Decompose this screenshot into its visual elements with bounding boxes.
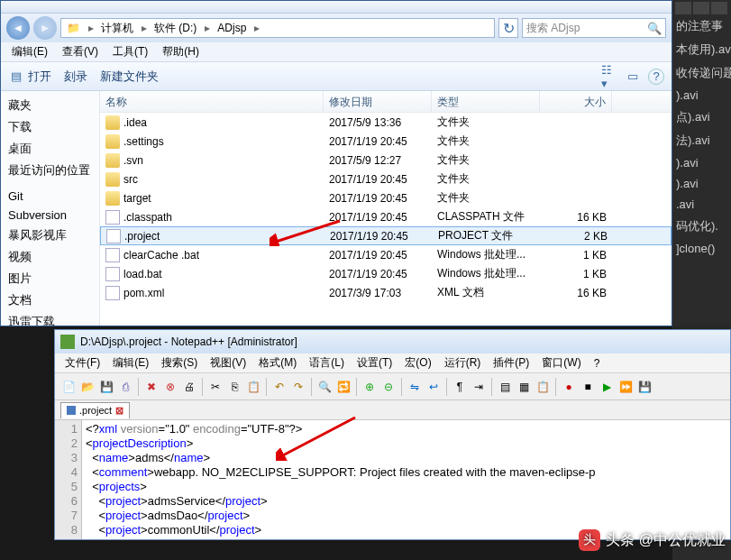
sidebar-item[interactable]: 文档 [1, 289, 99, 311]
col-date[interactable]: 修改日期 [324, 91, 432, 112]
bc-folder[interactable]: ADjsp [212, 22, 252, 34]
saveall-icon[interactable]: ⎙ [117, 379, 133, 395]
sidebar-item[interactable]: 桌面 [1, 138, 99, 160]
stop-icon[interactable]: ■ [580, 379, 596, 395]
replace-icon[interactable]: 🔁 [335, 379, 352, 395]
sidebar-item[interactable]: 藏夹 [1, 95, 99, 116]
closeall-icon[interactable]: ⊗ [162, 379, 178, 395]
indent-icon[interactable]: ⇥ [471, 379, 487, 395]
sidebar-item[interactable]: Subversion [1, 206, 99, 225]
tab-close-icon[interactable]: ⊠ [115, 405, 123, 417]
menu-item[interactable]: 工具(T) [105, 44, 155, 60]
npp-menu-item[interactable]: 插件(P) [487, 355, 535, 371]
titlebar[interactable] [1, 1, 672, 14]
code-area[interactable]: <?xml version="1.0" encoding="UTF-8"?><p… [82, 420, 730, 539]
view-button[interactable]: ☷ ▾ [601, 69, 617, 85]
npp-menu-item[interactable]: 格式(M) [252, 355, 303, 371]
paste-icon[interactable]: 📋 [245, 379, 261, 395]
col-name[interactable]: 名称 [100, 91, 324, 112]
npp-menu-item[interactable]: 设置(T) [351, 355, 398, 371]
npp-menu-item[interactable]: 语言(L) [303, 355, 351, 371]
play-icon[interactable]: ▶ [599, 379, 615, 395]
file-icon [105, 210, 120, 225]
line-gutter: 12345678 [55, 420, 82, 539]
bg-item: 法).avi [672, 129, 731, 152]
burn-button[interactable]: 刻录 [64, 69, 87, 85]
npp-menu-item[interactable]: ? [588, 357, 607, 370]
col-size[interactable]: 大小 [540, 91, 612, 112]
rec-icon[interactable]: ● [561, 379, 577, 395]
help-button[interactable]: ? [648, 69, 664, 85]
npp-menu-item[interactable]: 宏(O) [398, 355, 437, 371]
sidebar-item[interactable]: 下载 [1, 116, 99, 138]
cut-icon[interactable]: ✂ [207, 379, 224, 395]
redo-icon[interactable]: ↷ [290, 379, 306, 395]
open-icon[interactable]: 📂 [79, 379, 96, 395]
para-icon[interactable]: ¶ [452, 379, 468, 395]
file-row[interactable]: load.bat 2017/1/19 20:45 Windows 批处理... … [100, 264, 672, 283]
sidebar-item[interactable]: 视频 [1, 246, 99, 268]
copy-icon[interactable]: ⎘ [226, 379, 242, 395]
file-row[interactable]: .svn 2017/5/9 12:27 文件夹 [100, 151, 672, 170]
search-input[interactable]: 搜索 ADjsp 🔍 [522, 18, 666, 38]
file-row[interactable]: .settings 2017/1/19 20:45 文件夹 [100, 132, 672, 151]
npp-menubar: 文件(F)编辑(E)搜索(S)视图(V)格式(M)语言(L)设置(T)宏(O)运… [55, 353, 730, 373]
folder-icon [105, 115, 120, 130]
breadcrumb[interactable]: 📁 ▸ 计算机 ▸ 软件 (D:) ▸ ADjsp ▸ [60, 18, 495, 38]
close-icon[interactable]: ✖ [143, 379, 160, 395]
sidebar-item[interactable]: 图片 [1, 268, 99, 289]
explorer-window: ◄ ► 📁 ▸ 计算机 ▸ 软件 (D:) ▸ ADjsp ▸ ↻ 搜索 ADj… [0, 0, 672, 326]
new-folder-button[interactable]: 新建文件夹 [100, 69, 159, 85]
menu-item[interactable]: 查看(V) [55, 44, 105, 60]
menu-item[interactable]: 编辑(E) [5, 44, 55, 60]
npp-menu-item[interactable]: 编辑(E) [106, 355, 155, 371]
sync-icon[interactable]: ⇋ [407, 379, 423, 395]
bc-drive[interactable]: 软件 (D:) [149, 21, 203, 36]
file-icon [105, 248, 120, 262]
save2-icon[interactable]: 💾 [636, 379, 653, 395]
preview-button[interactable]: ▭ [625, 69, 641, 85]
open-button[interactable]: ▤打开 [8, 69, 51, 85]
save-icon[interactable]: 💾 [98, 379, 114, 395]
npp-menu-item[interactable]: 文件(F) [59, 355, 106, 371]
editor[interactable]: 12345678 <?xml version="1.0" encoding="U… [55, 420, 730, 539]
sidebar-item[interactable]: 最近访问的位置 [1, 160, 99, 181]
unfold-icon[interactable]: ▦ [516, 379, 532, 395]
npp-menu-item[interactable]: 运行(R) [438, 355, 488, 371]
sidebar-item[interactable]: 暴风影视库 [1, 225, 99, 246]
sidebar-item[interactable]: 迅雷下载 [1, 311, 99, 326]
npp-titlebar[interactable]: D:\ADjsp\.project - Notepad++ [Administr… [55, 330, 730, 353]
file-row[interactable]: .classpath 2017/1/19 20:45 CLASSPATH 文件 … [100, 207, 672, 226]
sidebar-item[interactable]: Git [1, 187, 99, 206]
npp-menu-item[interactable]: 视图(V) [204, 355, 252, 371]
npp-menu-item[interactable]: 搜索(S) [155, 355, 204, 371]
doc-icon[interactable]: 📋 [535, 379, 551, 395]
print-icon[interactable]: 🖨 [181, 379, 197, 395]
col-type[interactable]: 类型 [432, 91, 540, 112]
file-row[interactable]: src 2017/1/19 20:45 文件夹 [100, 170, 672, 188]
back-button[interactable]: ◄ [6, 16, 30, 40]
ff-icon[interactable]: ⏩ [617, 379, 634, 395]
bc-computer[interactable]: 计算机 [96, 21, 140, 36]
column-headers[interactable]: 名称 修改日期 类型 大小 [100, 91, 672, 113]
zoomin-icon[interactable]: ⊕ [361, 379, 378, 395]
search-placeholder: 搜索 ADjsp [526, 21, 580, 36]
find-icon[interactable]: 🔍 [316, 379, 333, 395]
file-row[interactable]: .idea 2017/5/9 13:36 文件夹 [100, 113, 672, 132]
forward-button[interactable]: ► [33, 16, 57, 40]
undo-icon[interactable]: ↶ [271, 379, 288, 395]
refresh-button[interactable]: ↻ [498, 18, 518, 38]
fold-icon[interactable]: ▤ [497, 379, 513, 395]
npp-tabbar: .project ⊠ [55, 400, 730, 420]
file-row[interactable]: pom.xml 2017/3/9 17:03 XML 文档 16 KB [100, 283, 672, 302]
wrap-icon[interactable]: ↩ [425, 379, 442, 395]
npp-menu-item[interactable]: 窗口(W) [535, 355, 587, 371]
file-row[interactable]: target 2017/1/19 20:45 文件夹 [100, 188, 672, 207]
new-icon[interactable]: 📄 [60, 379, 77, 395]
menu-item[interactable]: 帮助(H) [155, 44, 206, 60]
menubar: 编辑(E)查看(V)工具(T)帮助(H) [1, 42, 672, 62]
file-row[interactable]: clearCache .bat 2017/1/19 20:45 Windows … [100, 245, 672, 264]
tab-project[interactable]: .project ⊠ [60, 402, 130, 418]
zoomout-icon[interactable]: ⊖ [380, 379, 397, 395]
file-row[interactable]: .project 2017/1/19 20:45 PROJECT 文件 2 KB [100, 226, 672, 245]
